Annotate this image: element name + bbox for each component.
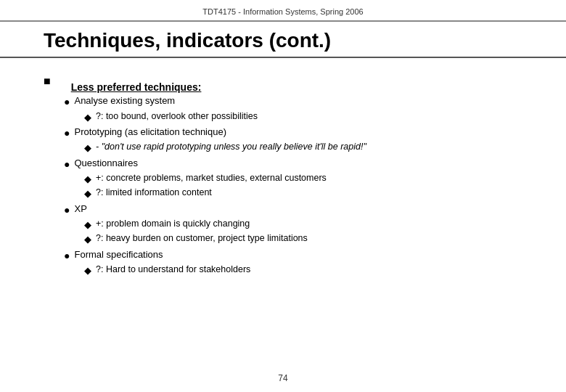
- item-label: Formal specifications: [74, 249, 163, 260]
- l3-marker: ◆: [84, 142, 91, 155]
- section-heading-item: ■ Less preferred techniques:: [44, 74, 522, 93]
- page-number: 74: [278, 373, 287, 383]
- header-text: TDT4175 - Information Systems, Spring 20…: [202, 7, 363, 16]
- list-item: ● XP: [64, 203, 522, 218]
- l2-marker: ●: [64, 203, 70, 218]
- list-item: ◆ - "don't use rapid prototyping unless …: [84, 142, 522, 155]
- list-item: ◆ ?: Hard to understand for stakeholders: [84, 264, 522, 277]
- l3-marker: ◆: [84, 111, 91, 124]
- l3-marker: ◆: [84, 233, 91, 246]
- item-label: Prototyping (as elicitation technique): [74, 126, 226, 137]
- l2-marker: ●: [64, 95, 70, 110]
- sub-text: +: problem domain is quickly changing: [96, 219, 250, 229]
- l3-marker: ◆: [84, 173, 91, 186]
- header: TDT4175 - Information Systems, Spring 20…: [0, 0, 566, 22]
- list-item: ● Questionnaires: [64, 158, 522, 172]
- sub-text: +: concrete problems, market studies, ex…: [96, 173, 327, 183]
- item-label: XP: [74, 203, 86, 214]
- list-item: ◆ ?: limited information content: [84, 187, 522, 200]
- list-item: ● Prototyping (as elicitation technique): [64, 126, 522, 141]
- sub-text: ?: Hard to understand for stakeholders: [96, 264, 250, 274]
- list-item: ◆ ?: too bound, overlook other possibili…: [84, 111, 522, 124]
- sub-text: ?: heavy burden on customer, project typ…: [96, 233, 308, 243]
- content: ■ Less preferred techniques: ● Analyse e…: [0, 58, 566, 277]
- list-item: ● Analyse existing system: [64, 95, 522, 110]
- l3-marker: ◆: [84, 219, 91, 232]
- list-item: ● Formal specifications: [64, 249, 522, 264]
- sub-text: ?: limited information content: [96, 187, 212, 197]
- item-label: Questionnaires: [74, 158, 137, 168]
- sub-text: ?: too bound, overlook other possibiliti…: [96, 111, 258, 121]
- sub-text: - "don't use rapid prototyping unless yo…: [96, 142, 366, 152]
- list-item: ◆ ?: heavy burden on customer, project t…: [84, 233, 522, 246]
- l3-marker: ◆: [84, 264, 91, 277]
- l2-marker: ●: [64, 249, 70, 264]
- page-title: Techniques, indicators (cont.): [0, 22, 566, 58]
- l2-marker: ●: [64, 126, 70, 141]
- section-label: Less preferred techniques:: [71, 81, 202, 93]
- item-label: Analyse existing system: [74, 95, 175, 106]
- l1-marker: ■: [44, 74, 51, 89]
- l2-marker: ●: [64, 158, 70, 172]
- list-item: ◆ +: problem domain is quickly changing: [84, 219, 522, 232]
- l3-marker: ◆: [84, 187, 91, 200]
- list-item: ◆ +: concrete problems, market studies, …: [84, 173, 522, 186]
